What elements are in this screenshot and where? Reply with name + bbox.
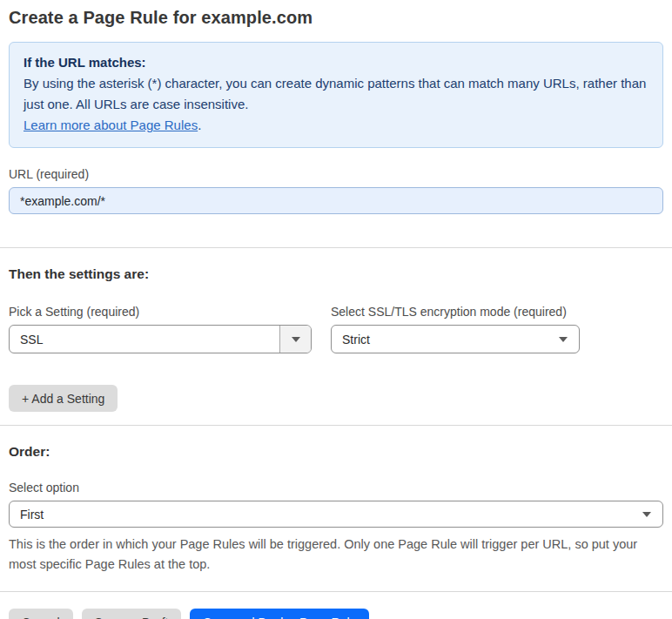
save-and-deploy-button[interactable]: Save and Deploy Page Rule [190, 609, 369, 619]
setting-picker-arrow-button[interactable] [279, 326, 311, 353]
link-period: . [198, 118, 201, 132]
order-select[interactable]: First [9, 501, 663, 528]
mode-picker-label: Select SSL/TLS encryption mode (required… [331, 305, 580, 319]
caret-down-icon [559, 337, 568, 342]
setting-picker-select[interactable]: SSL [9, 325, 312, 353]
order-section-heading: Order: [9, 426, 663, 460]
url-match-info-box: If the URL matches: By using the asteris… [9, 42, 663, 148]
info-box-link-line: Learn more about Page Rules. [24, 115, 648, 136]
add-setting-button[interactable]: + Add a Setting [9, 385, 118, 412]
order-select-label: Select option [9, 481, 663, 495]
footer-button-row: Cancel Save as Draft Save and Deploy Pag… [9, 609, 663, 619]
cancel-button[interactable]: Cancel [9, 609, 73, 619]
mode-picker-select[interactable]: Strict [331, 325, 580, 353]
info-box-heading: If the URL matches: [24, 52, 648, 73]
setting-picker-group: Pick a Setting (required) SSL [9, 305, 312, 353]
order-select-arrow [642, 512, 662, 517]
setting-picker-value: SSL [10, 333, 279, 347]
save-as-draft-button[interactable]: Save as Draft [82, 609, 182, 619]
caret-down-icon [642, 512, 651, 517]
setting-picker-label: Pick a Setting (required) [9, 305, 312, 319]
settings-section-heading: Then the settings are: [9, 248, 663, 282]
mode-picker-arrow [559, 337, 579, 342]
order-help-text: This is the order in which your Page Rul… [9, 535, 653, 575]
learn-more-link[interactable]: Learn more about Page Rules [24, 118, 198, 132]
divider [0, 591, 672, 592]
info-box-body: By using the asterisk (*) character, you… [24, 73, 648, 115]
mode-picker-value: Strict [332, 333, 559, 347]
order-select-value: First [10, 508, 642, 521]
url-input[interactable] [9, 187, 663, 214]
caret-down-icon [292, 337, 300, 342]
mode-picker-group: Select SSL/TLS encryption mode (required… [331, 305, 580, 353]
url-field-label: URL (required) [9, 167, 663, 181]
page-title: Create a Page Rule for example.com [9, 0, 663, 28]
settings-row: Pick a Setting (required) SSL Select SSL… [9, 305, 663, 353]
